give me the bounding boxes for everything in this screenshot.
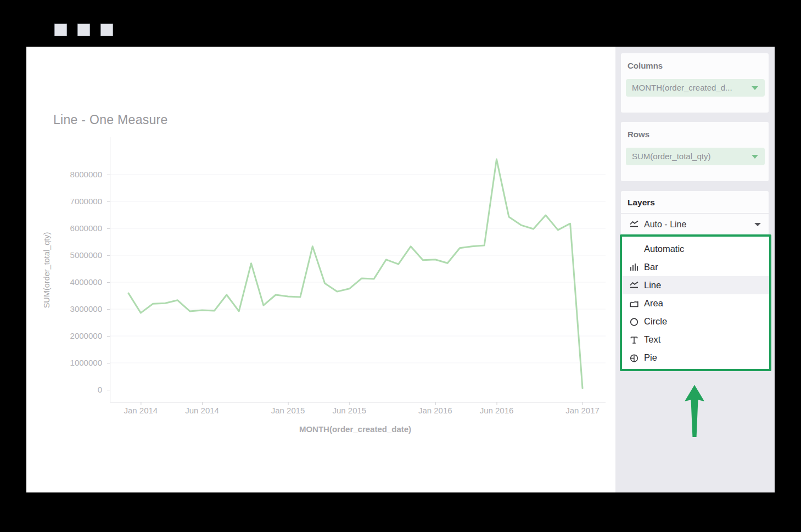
menu-item-label: Area	[644, 298, 663, 309]
app-window: Line - One Measure 010000002000000300000…	[0, 0, 801, 532]
pie-chart-icon	[629, 353, 639, 363]
layer-type-menu: AutomaticBarLineAreaCircleTextPie	[620, 234, 771, 371]
layers-header: Layers	[621, 191, 769, 214]
rows-card: Rows SUM(order_total_qty)	[621, 122, 769, 181]
menu-item-label: Line	[644, 280, 661, 290]
menu-item-line[interactable]: Line	[622, 276, 769, 294]
columns-pill-label: MONTH(order_created_d...	[632, 83, 732, 92]
svg-text:Jun 2014: Jun 2014	[185, 406, 219, 415]
svg-text:3000000: 3000000	[70, 304, 102, 313]
svg-text:4000000: 4000000	[70, 277, 102, 287]
area-chart-icon	[629, 299, 639, 309]
layer-select-label: Auto - Line	[644, 220, 686, 229]
bar-chart-icon	[629, 262, 639, 272]
svg-text:2000000: 2000000	[70, 331, 102, 340]
line-chart-svg: 0100000020000003000000400000050000006000…	[26, 47, 615, 492]
window-square-icon[interactable]	[77, 24, 90, 36]
menu-item-label: Text	[644, 334, 660, 345]
svg-text:7000000: 7000000	[70, 197, 102, 206]
rows-field-pill[interactable]: SUM(order_total_qty)	[626, 148, 765, 165]
menu-item-bar[interactable]: Bar	[622, 258, 769, 276]
menu-item-pie[interactable]: Pie	[622, 349, 769, 367]
columns-header: Columns	[621, 53, 769, 70]
menu-item-label: Bar	[644, 262, 658, 272]
svg-text:Jun 2016: Jun 2016	[480, 406, 514, 415]
svg-text:1000000: 1000000	[70, 358, 102, 367]
layer-type-select[interactable]: Auto - Line	[621, 214, 769, 235]
menu-item-label: Circle	[644, 316, 667, 327]
icon-spacer	[629, 244, 639, 254]
sidebar: Columns MONTH(order_created_d... Rows SU…	[615, 47, 775, 492]
chart-panel: Line - One Measure 010000002000000300000…	[26, 47, 615, 492]
rows-header: Rows	[621, 122, 769, 139]
menu-item-text[interactable]: Text	[622, 331, 769, 349]
circle-icon	[629, 317, 639, 327]
svg-text:Jan 2015: Jan 2015	[271, 406, 305, 415]
svg-text:5000000: 5000000	[70, 250, 102, 260]
svg-text:0: 0	[98, 385, 102, 394]
line-chart-icon	[629, 281, 639, 290]
svg-text:MONTH(order_created_date): MONTH(order_created_date)	[299, 424, 411, 434]
svg-text:Jan 2014: Jan 2014	[124, 406, 158, 415]
svg-text:Jun 2015: Jun 2015	[332, 406, 366, 415]
columns-field-pill[interactable]: MONTH(order_created_d...	[626, 79, 765, 97]
text-icon	[629, 335, 639, 345]
chevron-down-icon[interactable]	[752, 86, 758, 90]
menu-item-label: Pie	[644, 352, 657, 363]
menu-item-area[interactable]: Area	[622, 294, 769, 312]
window-square-icon[interactable]	[100, 24, 113, 36]
line-chart-icon	[629, 220, 639, 229]
annotation-arrow-icon	[680, 384, 709, 439]
svg-text:SUM(order_total_qty): SUM(order_total_qty)	[42, 232, 51, 309]
chevron-down-icon[interactable]	[752, 155, 758, 159]
rows-pill-label: SUM(order_total_qty)	[632, 152, 710, 161]
columns-card: Columns MONTH(order_created_d...	[621, 53, 769, 113]
window-square-icon[interactable]	[54, 24, 67, 36]
svg-text:Jan 2017: Jan 2017	[565, 406, 600, 415]
chevron-down-icon[interactable]	[754, 223, 761, 226]
svg-text:Jan 2016: Jan 2016	[418, 406, 452, 415]
menu-item-circle[interactable]: Circle	[622, 312, 769, 331]
svg-text:8000000: 8000000	[70, 170, 102, 179]
menu-item-label: Automatic	[644, 244, 684, 254]
svg-text:6000000: 6000000	[70, 223, 102, 233]
menu-item-automatic[interactable]: Automatic	[622, 240, 769, 258]
layers-card: Layers Auto - Line	[621, 191, 769, 235]
